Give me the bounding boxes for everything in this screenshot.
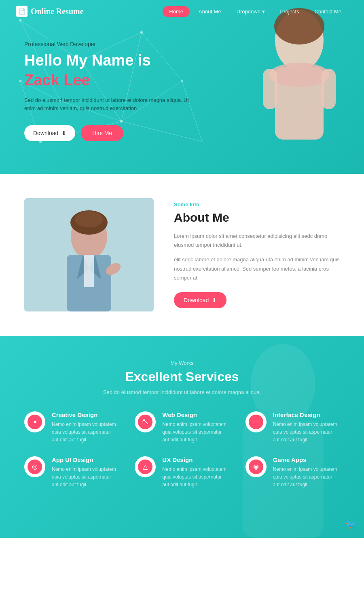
service-text-creative-design: Creative Design Nemo enim ipsam voluptat… bbox=[52, 411, 119, 444]
hero-person-svg bbox=[239, 4, 360, 174]
service-desc-web-design: Nemo enim ipsam voluptatem quia voluptas… bbox=[162, 421, 229, 444]
service-item-interface-design: ≡≡ Interface Design Nemo enim ipsam volu… bbox=[245, 411, 340, 444]
service-item-game-apps: ◉ Game Apps Nemo enim ipsam voluptatem q… bbox=[245, 456, 340, 489]
services-subtitle: My Works bbox=[24, 360, 340, 366]
service-text-web-design: Web Design Nemo enim ipsam voluptatem qu… bbox=[162, 411, 229, 444]
about-para-1: Lorem ipsum dolor sit amet consectetur a… bbox=[174, 232, 340, 250]
svg-point-24 bbox=[269, 63, 330, 87]
nav-links: Home About Me Dropdown Projects Contact … bbox=[163, 6, 348, 17]
nav-contact[interactable]: Contact Me bbox=[308, 6, 348, 17]
service-item-app-ui: ◎ App UI Design Nemo enim ipsam voluptat… bbox=[24, 456, 119, 489]
service-title-interface-design: Interface Design bbox=[273, 411, 340, 418]
service-text-interface-design: Interface Design Nemo enim ipsam volupta… bbox=[273, 411, 340, 444]
hero-description: Sed do eiusmod tempor incididunt ut labo… bbox=[24, 96, 194, 113]
hero-download-label: Download bbox=[33, 130, 58, 136]
svg-rect-26 bbox=[322, 69, 336, 109]
svg-point-20 bbox=[19, 80, 21, 82]
service-desc-ux-design: Nemo enim ipsam voluptatem quia voluptas… bbox=[162, 466, 229, 489]
game-apps-icon: ◉ bbox=[249, 460, 263, 474]
hire-label: Hire Me bbox=[92, 130, 112, 136]
hero-title: Hello My Name is bbox=[24, 51, 194, 70]
service-icon-interface-design: ≡≡ bbox=[245, 411, 267, 432]
navbar: 📄 Online Resume Home About Me Dropdown P… bbox=[0, 0, 364, 23]
creative-design-icon: ✦ bbox=[28, 415, 42, 429]
about-download-icon: ⬇ bbox=[212, 297, 217, 303]
svg-point-15 bbox=[140, 31, 143, 34]
about-title: About Me bbox=[174, 211, 340, 225]
service-icon-web-design: ⛏ bbox=[135, 411, 156, 432]
nav-projects[interactable]: Projects bbox=[274, 6, 306, 17]
service-desc-game-apps: Nemo enim ipsam voluptatem quia voluptas… bbox=[273, 466, 340, 489]
service-desc-creative-design: Nemo enim ipsam voluptatem quia voluptas… bbox=[52, 421, 119, 444]
services-header: My Works Excellent Services Sed do eiusm… bbox=[24, 360, 340, 395]
nav-dropdown[interactable]: Dropdown bbox=[230, 6, 271, 17]
service-desc-interface-design: Nemo enim ipsam voluptatem quia voluptas… bbox=[273, 421, 340, 444]
svg-point-30 bbox=[75, 211, 103, 227]
about-some-info-label: Some Info bbox=[174, 201, 340, 208]
services-title: Excellent Services bbox=[24, 369, 340, 384]
download-icon: ⬇ bbox=[61, 130, 66, 136]
about-download-button[interactable]: Download ⬇ bbox=[174, 292, 226, 308]
service-icon-creative-design: ✦ bbox=[24, 411, 45, 432]
service-text-game-apps: Game Apps Nemo enim ipsam voluptatem qui… bbox=[273, 456, 340, 489]
services-section: My Works Excellent Services Sed do eiusm… bbox=[0, 336, 364, 538]
nav-about[interactable]: About Me bbox=[192, 6, 228, 17]
logo-text: Online Resume bbox=[31, 7, 84, 16]
about-image bbox=[24, 198, 154, 311]
svg-rect-34 bbox=[84, 255, 94, 287]
service-desc-app-ui: Nemo enim ipsam voluptatem quia voluptas… bbox=[52, 466, 119, 489]
services-description: Sed do eiusmod tempor incididunt ut labo… bbox=[24, 389, 340, 395]
service-icon-ux-design: △ bbox=[135, 456, 156, 477]
hero-subtitle: Professional Web Developer bbox=[24, 41, 194, 47]
about-para-2: elit sedc labore et dolore magna aliqua … bbox=[174, 255, 340, 282]
hero-download-button[interactable]: Download ⬇ bbox=[24, 125, 75, 141]
nav-home[interactable]: Home bbox=[163, 6, 190, 17]
hero-person-image bbox=[235, 4, 364, 174]
hero-content: Professional Web Developer Hello My Name… bbox=[24, 41, 194, 141]
service-item-web-design: ⛏ Web Design Nemo enim ipsam voluptatem … bbox=[135, 411, 229, 444]
interface-design-icon: ≡≡ bbox=[249, 415, 263, 429]
service-title-app-ui: App UI Design bbox=[52, 456, 119, 463]
app-ui-icon: ◎ bbox=[28, 460, 42, 474]
service-text-app-ui: App UI Design Nemo enim ipsam voluptatem… bbox=[52, 456, 119, 489]
service-icon-game-apps: ◉ bbox=[245, 456, 267, 477]
service-title-game-apps: Game Apps bbox=[273, 456, 340, 463]
ux-design-icon: △ bbox=[138, 460, 152, 474]
about-download-label: Download bbox=[184, 297, 209, 303]
service-text-ux-design: UX Design Nemo enim ipsam voluptatem qui… bbox=[162, 456, 229, 489]
bird-icon: 🐦 bbox=[345, 519, 356, 530]
svg-rect-25 bbox=[263, 69, 277, 109]
service-title-ux-design: UX Design bbox=[162, 456, 229, 463]
hero-hire-button[interactable]: Hire Me bbox=[81, 125, 123, 141]
about-person-svg bbox=[24, 198, 154, 311]
service-icon-app-ui: ◎ bbox=[24, 456, 45, 477]
site-logo[interactable]: 📄 Online Resume bbox=[16, 6, 84, 17]
service-item-creative-design: ✦ Creative Design Nemo enim ipsam volupt… bbox=[24, 411, 119, 444]
services-grid: ✦ Creative Design Nemo enim ipsam volupt… bbox=[24, 411, 340, 489]
service-title-creative-design: Creative Design bbox=[52, 411, 119, 418]
about-section: Some Info About Me Lorem ipsum dolor sit… bbox=[0, 174, 364, 336]
about-content: Some Info About Me Lorem ipsum dolor sit… bbox=[174, 201, 340, 308]
logo-icon: 📄 bbox=[16, 6, 28, 17]
hero-buttons: Download ⬇ Hire Me bbox=[24, 125, 194, 141]
service-title-web-design: Web Design bbox=[162, 411, 229, 418]
hero-name: Zack Lee bbox=[24, 72, 194, 89]
hero-section: Professional Web Developer Hello My Name… bbox=[0, 0, 364, 174]
service-item-ux-design: △ UX Design Nemo enim ipsam voluptatem q… bbox=[135, 456, 229, 489]
web-design-icon: ⛏ bbox=[138, 415, 152, 429]
